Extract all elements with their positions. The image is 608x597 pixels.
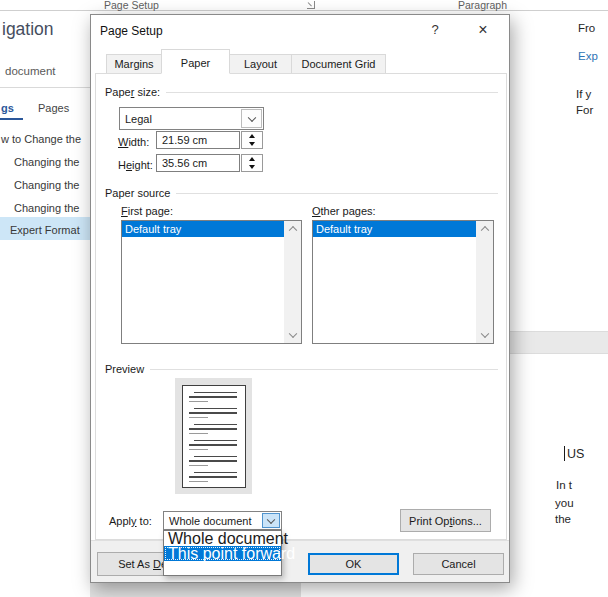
height-stepper[interactable]: [241, 154, 263, 172]
height-field[interactable]: 35.56 cm: [156, 154, 240, 172]
doc-text-line: US: [567, 447, 584, 461]
width-stepper[interactable]: [241, 131, 263, 149]
paper-size-group-header: Paper size:: [105, 85, 498, 98]
word-window: Page Setup Paragraph igation document gs…: [0, 0, 608, 597]
nav-heading-item[interactable]: Changing the: [14, 202, 79, 214]
nav-heading-item-selected[interactable]: Expert Format: [10, 224, 80, 236]
active-tab-underline: [0, 118, 23, 120]
spin-down-icon[interactable]: [242, 140, 262, 148]
tab-headings[interactable]: gs: [1, 102, 14, 114]
preview-group-header: Preview: [105, 362, 498, 375]
scrollbar[interactable]: [284, 221, 301, 343]
scrollbar[interactable]: [476, 221, 493, 343]
app-background-strip: [90, 583, 301, 597]
scroll-down-icon[interactable]: [476, 327, 493, 343]
doc-text-line: the: [555, 513, 571, 525]
paper-size-select[interactable]: Legal: [119, 107, 264, 130]
page-setup-dialog: Page Setup ? × Margins Paper Layout Docu…: [90, 14, 510, 583]
spin-up-icon[interactable]: [242, 132, 262, 140]
scroll-up-icon[interactable]: [284, 221, 301, 237]
ok-button[interactable]: OK: [308, 553, 399, 575]
text-cursor: [564, 446, 565, 461]
width-field[interactable]: 21.59 cm: [156, 131, 240, 149]
width-label: Width:: [118, 136, 149, 148]
search-document-input[interactable]: document: [5, 65, 56, 77]
print-options-button[interactable]: Print Options...: [400, 509, 491, 532]
first-page-label: First page:: [121, 205, 173, 217]
spin-up-icon[interactable]: [242, 155, 262, 163]
preview-page: [182, 385, 246, 488]
ribbon-group-page-setup: Page Setup: [104, 0, 159, 11]
doc-text-line: If y: [576, 88, 591, 100]
other-pages-label: Other pages:: [312, 205, 376, 217]
scroll-up-icon[interactable]: [476, 221, 493, 237]
navigation-pane-title: igation: [2, 19, 54, 40]
paper-source-group-header: Paper source: [105, 186, 498, 199]
doc-text-line: you: [555, 497, 574, 509]
apply-to-label: Apply to:: [109, 515, 152, 527]
nav-heading-item[interactable]: w to Change the: [1, 133, 81, 145]
ribbon-group-paragraph: Paragraph: [458, 0, 507, 11]
chevron-down-icon[interactable]: [241, 109, 262, 128]
dropdown-option[interactable]: Whole document: [164, 531, 281, 546]
list-item-selected[interactable]: Default tray: [313, 221, 476, 237]
nav-heading-item[interactable]: Changing the: [14, 179, 79, 191]
dialog-launcher-icon[interactable]: [307, 1, 315, 9]
dropdown-option-selected[interactable]: This point forward: [164, 546, 281, 561]
apply-to-dropdown-list: Whole document This point forward: [163, 530, 282, 576]
navigation-pane: igation document gs Pages w to Change th…: [0, 11, 90, 597]
list-item-selected[interactable]: Default tray: [122, 221, 284, 237]
tab-paper[interactable]: Paper: [161, 49, 230, 74]
first-page-listbox[interactable]: Default tray: [121, 220, 302, 344]
doc-heading-link: Exp: [578, 50, 598, 62]
ribbon-strip: Page Setup Paragraph: [0, 0, 608, 11]
doc-text-line: For: [576, 104, 593, 116]
spin-down-icon[interactable]: [242, 163, 262, 171]
scroll-down-icon[interactable]: [284, 327, 301, 343]
chevron-down-icon[interactable]: [262, 513, 280, 528]
doc-text-line: Fro: [578, 22, 595, 34]
doc-text-line: In t: [556, 479, 572, 491]
search-box-border: [0, 87, 90, 88]
preview-well: [175, 378, 252, 494]
tab-pages[interactable]: Pages: [38, 102, 69, 114]
nav-heading-item[interactable]: Changing the: [14, 156, 79, 168]
apply-to-select[interactable]: Whole document: [163, 511, 282, 530]
cancel-button[interactable]: Cancel: [413, 553, 504, 575]
height-label: Height:: [118, 159, 153, 171]
other-pages-listbox[interactable]: Default tray: [312, 220, 494, 344]
